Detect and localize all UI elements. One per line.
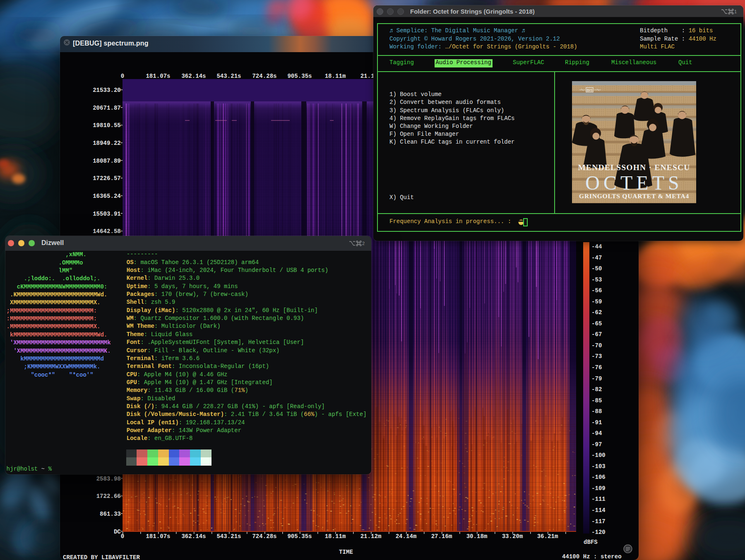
- svg-text:1722.66: 1722.66: [96, 493, 121, 500]
- svg-text:-59: -59: [591, 298, 602, 305]
- svg-text:905.35s: 905.35s: [287, 533, 312, 540]
- svg-text:-109: -109: [591, 485, 606, 492]
- svg-text:27.16m: 27.16m: [431, 533, 452, 540]
- svg-text:-47: -47: [591, 255, 602, 261]
- svg-text:0: 0: [121, 73, 124, 79]
- svg-text:16365.24: 16365.24: [93, 193, 121, 199]
- svg-text:724.28s: 724.28s: [252, 73, 276, 79]
- svg-text:15503.91: 15503.91: [93, 211, 121, 217]
- svg-text:543.21s: 543.21s: [216, 73, 241, 79]
- svg-text:-50: -50: [591, 265, 602, 272]
- svg-text:-88: -88: [591, 408, 602, 415]
- svg-text:18.11m: 18.11m: [325, 73, 346, 79]
- svg-text:-82: -82: [591, 386, 602, 393]
- svg-text:OCTETS: OCTETS: [585, 172, 683, 194]
- svg-text:20671.87: 20671.87: [93, 105, 121, 111]
- svg-text:-103: -103: [591, 463, 606, 470]
- svg-text:-91: -91: [591, 419, 602, 426]
- svg-text:-70: -70: [591, 342, 602, 349]
- svg-text:18.11m: 18.11m: [325, 533, 346, 540]
- svg-text:-114: -114: [591, 507, 606, 514]
- svg-text:BIS: BIS: [586, 88, 593, 92]
- svg-text:181.07s: 181.07s: [146, 73, 170, 79]
- svg-text:18087.89: 18087.89: [93, 158, 121, 164]
- svg-text:GRINGOLTS QUARTET & META4: GRINGOLTS QUARTET & META4: [579, 192, 689, 199]
- svg-text:1: 1: [734, 9, 737, 14]
- svg-text:44100 Hz : stereo: 44100 Hz : stereo: [562, 553, 622, 560]
- svg-text:-76: -76: [591, 364, 602, 371]
- svg-text:-85: -85: [591, 397, 602, 404]
- svg-text:-79: -79: [591, 375, 602, 382]
- svg-text:24.14m: 24.14m: [396, 533, 417, 540]
- svg-text:CREATED BY LIBAVFILTER: CREATED BY LIBAVFILTER: [63, 554, 140, 560]
- svg-text:905.35s: 905.35s: [287, 73, 312, 79]
- svg-text:-56: -56: [591, 287, 602, 294]
- svg-text:33.20m: 33.20m: [502, 533, 523, 540]
- svg-text:DC: DC: [114, 529, 121, 535]
- svg-text:362.14s: 362.14s: [181, 533, 206, 540]
- svg-text:14642.58: 14642.58: [93, 228, 121, 235]
- svg-text:2: 2: [362, 241, 365, 246]
- svg-text:17226.57: 17226.57: [93, 175, 121, 182]
- svg-text:18949.22: 18949.22: [93, 140, 121, 147]
- svg-text:21.12m: 21.12m: [360, 533, 382, 540]
- svg-text:0: 0: [121, 533, 124, 540]
- svg-text:-120: -120: [591, 529, 606, 536]
- svg-text:-62: -62: [591, 309, 602, 316]
- svg-text:TIME: TIME: [339, 549, 353, 555]
- svg-text:-100: -100: [591, 452, 606, 459]
- svg-text:MENDELSSOHN · ENESCU: MENDELSSOHN · ENESCU: [578, 163, 690, 172]
- svg-text:21533.20: 21533.20: [93, 87, 121, 94]
- svg-text:-73: -73: [591, 353, 602, 360]
- svg-text:-117: -117: [591, 518, 606, 525]
- svg-text:-97: -97: [591, 441, 602, 448]
- svg-text:2583.98: 2583.98: [96, 476, 121, 482]
- svg-text:19810.55: 19810.55: [93, 122, 121, 129]
- svg-text:181.07s: 181.07s: [146, 533, 170, 540]
- svg-text:-44: -44: [591, 243, 602, 250]
- svg-text:-65: -65: [591, 320, 602, 327]
- svg-text:-67: -67: [591, 331, 602, 338]
- svg-text:dBFS: dBFS: [584, 539, 598, 546]
- svg-text:-111: -111: [591, 496, 606, 502]
- svg-text:-94: -94: [591, 430, 602, 437]
- svg-text:30.18m: 30.18m: [466, 533, 488, 540]
- svg-text:543.21s: 543.21s: [216, 533, 241, 540]
- svg-text:362.14s: 362.14s: [181, 73, 206, 79]
- svg-text:-53: -53: [591, 276, 602, 283]
- svg-text:36.21m: 36.21m: [537, 533, 558, 540]
- svg-text:-106: -106: [591, 474, 606, 481]
- svg-text:861.33: 861.33: [100, 511, 121, 517]
- svg-text:724.28s: 724.28s: [252, 533, 276, 540]
